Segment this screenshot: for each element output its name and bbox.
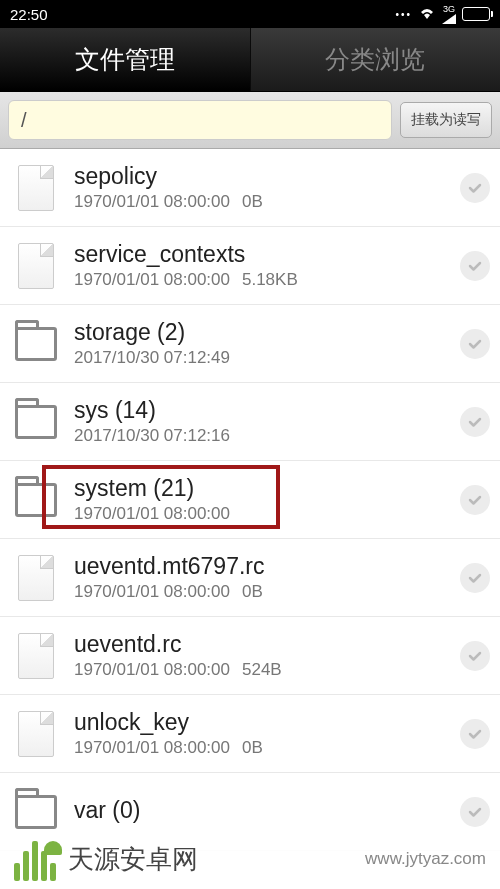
select-checkbox[interactable] xyxy=(460,251,490,281)
file-name: sepolicy xyxy=(74,163,460,190)
select-checkbox[interactable] xyxy=(460,563,490,593)
file-meta: 1970/01/01 08:00:00 xyxy=(74,504,460,524)
file-meta: 2017/10/30 07:12:16 xyxy=(74,426,460,446)
select-checkbox[interactable] xyxy=(460,641,490,671)
select-checkbox[interactable] xyxy=(460,329,490,359)
file-name: system (21) xyxy=(74,475,460,502)
file-icon xyxy=(14,712,58,756)
mount-rw-button[interactable]: 挂载为读写 xyxy=(400,102,492,138)
file-info: sys (14)2017/10/30 07:12:16 xyxy=(74,397,460,446)
file-icon xyxy=(14,556,58,600)
file-meta: 1970/01/01 08:00:000B xyxy=(74,582,460,602)
tab-label: 文件管理 xyxy=(75,43,175,76)
file-meta: 1970/01/01 08:00:00524B xyxy=(74,660,460,680)
watermark-url: www.jytyaz.com xyxy=(365,849,486,869)
file-meta: 2017/10/30 07:12:49 xyxy=(74,348,460,368)
tab-label: 分类浏览 xyxy=(325,43,425,76)
folder-icon xyxy=(14,400,58,444)
tab-category-browse[interactable]: 分类浏览 xyxy=(251,28,501,91)
file-meta: 1970/01/01 08:00:000B xyxy=(74,738,460,758)
file-icon xyxy=(14,634,58,678)
file-row[interactable]: sys (14)2017/10/30 07:12:16 xyxy=(0,383,500,461)
battery-icon xyxy=(462,7,490,21)
clock: 22:50 xyxy=(10,6,48,23)
tab-file-manager[interactable]: 文件管理 xyxy=(0,28,251,91)
file-info: system (21)1970/01/01 08:00:00 xyxy=(74,475,460,524)
select-checkbox[interactable] xyxy=(460,173,490,203)
file-meta: 1970/01/01 08:00:005.18KB xyxy=(74,270,460,290)
select-checkbox[interactable] xyxy=(460,485,490,515)
signal-icon: 3G xyxy=(442,5,456,24)
file-info: unlock_key1970/01/01 08:00:000B xyxy=(74,709,460,758)
more-dots-icon: ••• xyxy=(395,9,412,20)
select-checkbox[interactable] xyxy=(460,797,490,827)
file-info: ueventd.mt6797.rc1970/01/01 08:00:000B xyxy=(74,553,460,602)
watermark-title: 天源安卓网 xyxy=(68,842,198,877)
file-name: unlock_key xyxy=(74,709,460,736)
file-name: sys (14) xyxy=(74,397,460,424)
file-name: ueventd.rc xyxy=(74,631,460,658)
file-info: var (0) xyxy=(74,797,460,826)
file-info: ueventd.rc1970/01/01 08:00:00524B xyxy=(74,631,460,680)
tab-bar: 文件管理 分类浏览 xyxy=(0,28,500,92)
file-info: storage (2)2017/10/30 07:12:49 xyxy=(74,319,460,368)
file-icon xyxy=(14,244,58,288)
file-info: service_contexts1970/01/01 08:00:005.18K… xyxy=(74,241,460,290)
path-bar: 挂载为读写 xyxy=(0,92,500,149)
file-row[interactable]: system (21)1970/01/01 08:00:00 xyxy=(0,461,500,539)
file-name: ueventd.mt6797.rc xyxy=(74,553,460,580)
file-row[interactable]: unlock_key1970/01/01 08:00:000B xyxy=(0,695,500,773)
wifi-icon xyxy=(418,7,436,21)
file-row[interactable]: ueventd.mt6797.rc1970/01/01 08:00:000B xyxy=(0,539,500,617)
file-row[interactable]: service_contexts1970/01/01 08:00:005.18K… xyxy=(0,227,500,305)
select-checkbox[interactable] xyxy=(460,719,490,749)
file-row[interactable]: sepolicy1970/01/01 08:00:000B xyxy=(0,149,500,227)
file-name: var (0) xyxy=(74,797,460,824)
file-row[interactable]: storage (2)2017/10/30 07:12:49 xyxy=(0,305,500,383)
select-checkbox[interactable] xyxy=(460,407,490,437)
folder-icon xyxy=(14,790,58,834)
status-icons: ••• 3G xyxy=(395,5,490,24)
file-list: sepolicy1970/01/01 08:00:000Bservice_con… xyxy=(0,149,500,851)
status-bar: 22:50 ••• 3G xyxy=(0,0,500,28)
file-name: service_contexts xyxy=(74,241,460,268)
file-row[interactable]: ueventd.rc1970/01/01 08:00:00524B xyxy=(0,617,500,695)
path-input[interactable] xyxy=(8,100,392,140)
file-name: storage (2) xyxy=(74,319,460,346)
folder-icon xyxy=(14,322,58,366)
file-info: sepolicy1970/01/01 08:00:000B xyxy=(74,163,460,212)
folder-icon xyxy=(14,478,58,522)
watermark: 天源安卓网 www.jytyaz.com xyxy=(0,829,500,889)
watermark-logo-icon xyxy=(14,837,58,881)
file-meta: 1970/01/01 08:00:000B xyxy=(74,192,460,212)
file-icon xyxy=(14,166,58,210)
